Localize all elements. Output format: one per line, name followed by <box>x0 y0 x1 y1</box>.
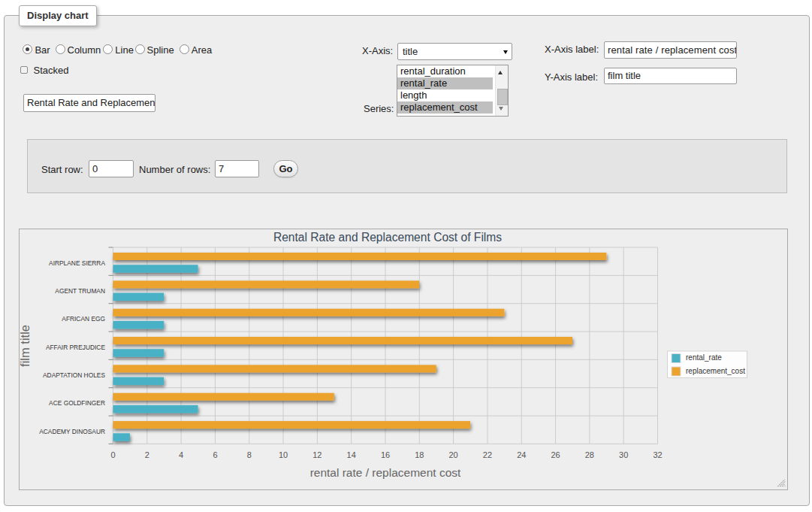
svg-text:4: 4 <box>179 450 183 459</box>
svg-text:16: 16 <box>381 450 390 459</box>
svg-text:ADAPTATION HOLES: ADAPTATION HOLES <box>43 371 105 379</box>
svg-text:10: 10 <box>279 450 288 459</box>
svg-text:ACADEMY DINOSAUR: ACADEMY DINOSAUR <box>39 428 105 435</box>
svg-text:26: 26 <box>551 450 560 459</box>
svg-text:14: 14 <box>347 450 356 459</box>
svg-text:AFRICAN EGG: AFRICAN EGG <box>62 315 105 323</box>
svg-text:rental_rate: rental_rate <box>686 353 722 362</box>
svg-text:22: 22 <box>483 450 492 459</box>
svg-text:30: 30 <box>619 450 628 459</box>
svg-text:AGENT TRUMAN: AGENT TRUMAN <box>55 287 105 295</box>
svg-text:Rental Rate and Replacement Co: Rental Rate and Replacement Cost of Film… <box>273 231 502 244</box>
svg-text:AIRPLANE SIERRA: AIRPLANE SIERRA <box>49 259 105 267</box>
svg-text:12: 12 <box>312 450 321 459</box>
svg-text:6: 6 <box>213 450 217 459</box>
svg-text:2: 2 <box>145 450 149 459</box>
svg-text:0: 0 <box>110 450 115 459</box>
svg-text:28: 28 <box>585 450 594 459</box>
svg-text:film title: film title <box>20 325 32 367</box>
svg-text:20: 20 <box>448 450 457 459</box>
svg-text:ACE GOLDFINGER: ACE GOLDFINGER <box>49 399 105 407</box>
svg-text:rental rate / replacement cost: rental rate / replacement cost <box>310 466 461 479</box>
svg-text:8: 8 <box>247 450 252 459</box>
svg-text:replacement_cost: replacement_cost <box>686 367 745 375</box>
svg-text:AFFAIR PREJUDICE: AFFAIR PREJUDICE <box>46 344 106 351</box>
svg-text:18: 18 <box>415 450 424 459</box>
svg-text:24: 24 <box>517 450 526 459</box>
svg-text:32: 32 <box>653 450 662 459</box>
